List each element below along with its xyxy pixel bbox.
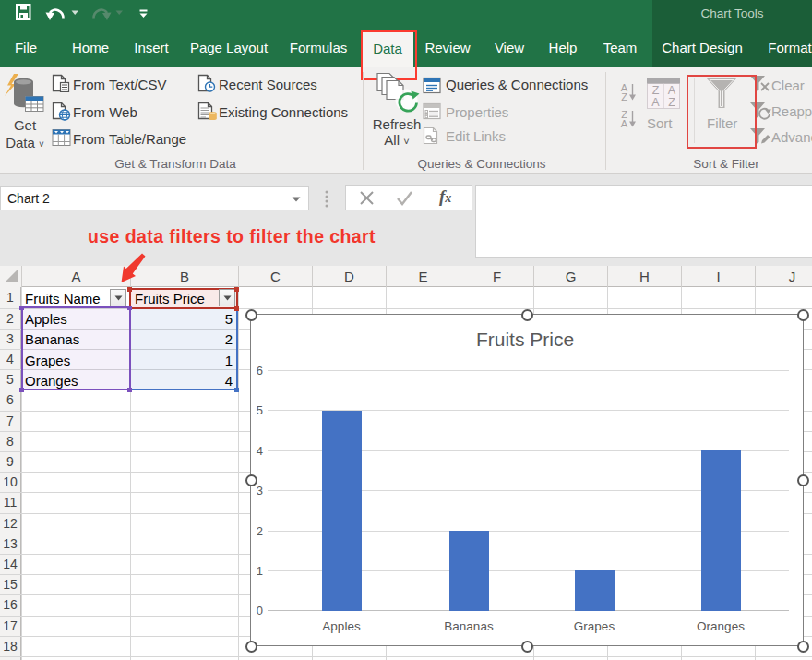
- svg-text:Grapes: Grapes: [574, 619, 615, 633]
- svg-text:4: 4: [257, 444, 263, 458]
- svg-text:Bananas: Bananas: [444, 619, 494, 633]
- svg-text:5: 5: [257, 403, 263, 417]
- svg-text:2: 2: [257, 524, 263, 538]
- svg-text:3: 3: [257, 484, 263, 498]
- svg-text:Z: Z: [621, 91, 627, 102]
- svg-text:Z: Z: [668, 96, 675, 109]
- svg-text:Fruits Price: Fruits Price: [476, 329, 574, 350]
- svg-text:1: 1: [257, 564, 263, 578]
- svg-text:Oranges: Oranges: [697, 619, 745, 633]
- svg-text:6: 6: [257, 364, 263, 378]
- svg-text:A: A: [668, 84, 676, 97]
- svg-text:A: A: [621, 118, 628, 129]
- svg-text:0: 0: [257, 604, 263, 618]
- svg-text:Apples: Apples: [322, 619, 361, 633]
- svg-text:Z: Z: [652, 84, 660, 97]
- svg-text:A: A: [651, 96, 660, 109]
